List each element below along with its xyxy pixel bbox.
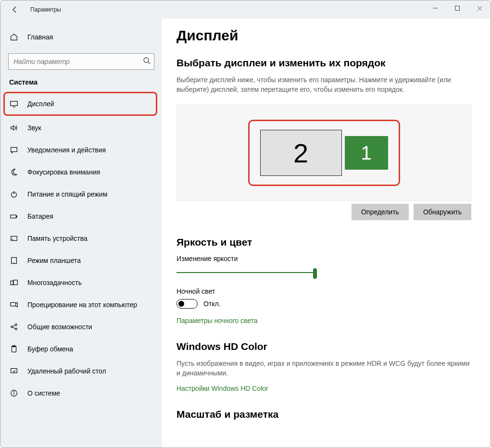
sidebar-item-память-устройства[interactable]: Память устройства [0, 227, 162, 249]
sidebar: Главная Система ДисплейЗвукУведомления и… [0, 19, 162, 448]
sidebar-item-общие-возможности[interactable]: Общие возможности [0, 316, 162, 338]
page-title: Дисплей [176, 27, 471, 44]
svg-rect-16 [13, 280, 17, 285]
svg-point-19 [15, 324, 17, 326]
home-link[interactable]: Главная [0, 27, 162, 47]
slider-track [176, 272, 316, 273]
sidebar-item-многозадачность[interactable]: Многозадачность [0, 272, 162, 294]
sidebar-item-label: Питание и спящий режим [27, 190, 107, 198]
svg-point-28 [13, 391, 14, 392]
back-button[interactable] [8, 3, 22, 16]
hdcolor-link[interactable]: Настройки Windows HD Color [176, 385, 268, 392]
night-light-state: Откл. [203, 300, 221, 308]
home-icon [9, 32, 19, 42]
minimize-button[interactable] [424, 0, 446, 16]
detect-button[interactable]: Обнаружить [414, 204, 471, 220]
identify-button[interactable]: Определить [352, 204, 409, 220]
svg-rect-23 [12, 347, 16, 352]
scale-heading: Масштаб и разметка [176, 409, 471, 420]
multitask-icon [9, 278, 19, 287]
display-highlight-box: 2 1 [248, 120, 400, 186]
svg-rect-11 [11, 236, 17, 241]
arrange-heading: Выбрать дисплеи и изменить их порядок [176, 57, 471, 69]
hdcolor-heading: Windows HD Color [176, 341, 471, 352]
sidebar-item-label: Буфер обмена [27, 345, 73, 353]
speaker-icon [9, 123, 19, 133]
svg-line-22 [13, 327, 15, 329]
sidebar-item-label: О системе [27, 389, 60, 397]
toggle-knob [178, 301, 184, 307]
sidebar-item-label: Фокусировка внимания [27, 168, 100, 176]
monitor-1[interactable]: 1 [345, 136, 388, 170]
night-light-settings-link[interactable]: Параметры ночного света [176, 317, 258, 324]
sidebar-item-label: Проецирование на этот компьютер [27, 301, 137, 309]
sidebar-item-звук[interactable]: Звук [0, 117, 162, 139]
search-field-wrap [8, 53, 154, 70]
sidebar-item-label: Уведомления и действия [27, 146, 106, 154]
info-icon [9, 388, 19, 398]
chat-icon [9, 145, 19, 155]
share-icon [9, 322, 19, 332]
svg-line-3 [148, 62, 150, 64]
arrange-description: Выберите дисплей ниже, чтобы изменить ег… [176, 75, 471, 94]
monitor-2[interactable]: 2 [260, 130, 342, 176]
brightness-slider[interactable] [176, 267, 316, 279]
toggle-pill [176, 299, 198, 309]
sidebar-item-label: Дисплей [27, 100, 54, 108]
project-icon [9, 300, 19, 310]
svg-point-12 [12, 239, 13, 239]
home-label: Главная [27, 33, 53, 41]
svg-rect-6 [11, 148, 17, 152]
svg-point-18 [11, 326, 13, 328]
hdcolor-desc: Пусть изображения в видео, играх и прило… [176, 359, 471, 378]
power-icon [9, 189, 19, 199]
svg-rect-15 [11, 281, 13, 285]
brightness-heading: Яркость и цвет [176, 236, 471, 248]
sidebar-item-дисплей[interactable]: Дисплей [3, 92, 157, 116]
sidebar-item-label: Общие возможности [27, 323, 92, 331]
sidebar-item-режим-планшета[interactable]: Режим планшета [0, 249, 162, 272]
storage-icon [9, 234, 19, 243]
titlebar: Параметры [0, 0, 491, 19]
sidebar-item-label: Память устройства [27, 235, 88, 242]
search-icon [143, 57, 151, 66]
brightness-slider-label: Изменение яркости [176, 255, 471, 262]
sidebar-item-буфер-обмена[interactable]: Буфер обмена [0, 338, 162, 360]
monitor-icon [9, 99, 19, 109]
moon-icon [9, 167, 19, 177]
svg-rect-10 [16, 216, 17, 217]
sidebar-item-батарея[interactable]: Батарея [0, 205, 162, 227]
sidebar-item-проецирование-на-этот-компьютер[interactable]: Проецирование на этот компьютер [0, 294, 162, 316]
window-controls [424, 0, 491, 16]
sidebar-item-label: Удаленный рабочий стол [27, 367, 106, 375]
clipboard-icon [9, 344, 19, 354]
main-content: Дисплей Выбрать дисплеи и изменить их по… [162, 19, 491, 448]
close-button[interactable] [468, 0, 491, 16]
sidebar-item-label: Звук [27, 124, 41, 132]
night-light-label: Ночной свет [176, 287, 471, 295]
svg-rect-4 [11, 101, 17, 106]
maximize-button[interactable] [446, 0, 468, 16]
sidebar-item-о-системе[interactable]: О системе [0, 382, 162, 404]
sidebar-item-удаленный-рабочий-стол[interactable]: Удаленный рабочий стол [0, 360, 162, 382]
svg-rect-1 [455, 6, 460, 11]
svg-point-20 [15, 328, 17, 330]
tablet-icon [9, 256, 19, 265]
battery-icon [9, 212, 19, 221]
night-light-toggle[interactable]: Откл. [176, 299, 221, 309]
sidebar-item-label: Батарея [27, 212, 53, 220]
svg-rect-9 [11, 215, 16, 218]
slider-thumb[interactable] [313, 268, 317, 279]
sidebar-item-label: Режим планшета [27, 257, 81, 264]
search-input[interactable] [8, 53, 154, 70]
sidebar-section-heading: Система [0, 78, 162, 91]
sidebar-item-уведомления-и-действия[interactable]: Уведомления и действия [0, 139, 162, 161]
display-arrange-area[interactable]: 2 1 [176, 105, 471, 201]
sidebar-item-фокусировка-внимания[interactable]: Фокусировка внимания [0, 161, 162, 183]
remote-icon [9, 366, 19, 376]
svg-rect-17 [11, 303, 16, 306]
sidebar-item-питание-и-спящий-режим[interactable]: Питание и спящий режим [0, 183, 162, 205]
svg-line-21 [13, 325, 15, 326]
svg-point-2 [144, 58, 149, 62]
app-title: Параметры [30, 6, 61, 13]
